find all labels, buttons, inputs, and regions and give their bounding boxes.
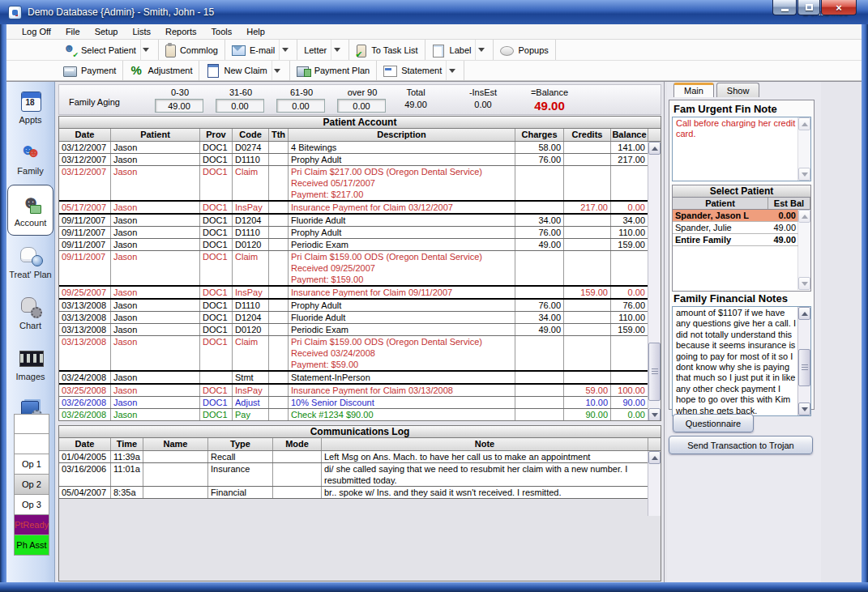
- sidebar-item-appts[interactable]: 18Appts: [6, 82, 54, 133]
- commlog-row[interactable]: 03/16/200611:01aInsurancedi/ she called …: [59, 463, 648, 487]
- account-scrollbar-thumb[interactable]: [648, 343, 661, 401]
- scroll-up-arrow-icon[interactable]: [648, 451, 661, 464]
- urgent-note-scrollbar[interactable]: [797, 117, 810, 181]
- send-transaction-trojan-button[interactable]: Send Transaction to Trojan: [669, 436, 813, 454]
- menu-item-setup[interactable]: Setup: [88, 25, 126, 38]
- account-row[interactable]: 03/12/2007JasonDOC1D02744 Bitewings58.00…: [59, 142, 648, 154]
- tab-main[interactable]: Main: [673, 83, 714, 97]
- account-row[interactable]: 09/11/2007JasonDOC1D1110Prophy Adult76.0…: [59, 227, 648, 239]
- operatory-button-op1[interactable]: Op 1: [14, 454, 49, 475]
- select-patient-scrollbar[interactable]: [797, 210, 810, 290]
- sidebar-item-treatplan[interactable]: Treat' Plan: [6, 236, 54, 287]
- account-cell-charges: 76.00: [515, 227, 564, 238]
- scroll-up-arrow-icon[interactable]: [648, 142, 661, 155]
- account-cell-code: Claim: [233, 251, 269, 285]
- toolbar-button-payment[interactable]: Payment: [57, 61, 123, 80]
- account-cell-charges: [515, 385, 564, 396]
- financial-notes-box[interactable]: amount of $1107 if we have any questions…: [672, 306, 811, 416]
- account-scrollbar[interactable]: [648, 142, 661, 421]
- toolbar-button-adjustment[interactable]: Adjustment: [123, 61, 199, 80]
- operatory-blank[interactable]: [14, 434, 49, 454]
- account-row[interactable]: 09/11/2007JasonDOC1D0120Periodic Exam49.…: [59, 239, 648, 251]
- account-row[interactable]: 09/25/2007JasonDOC1InsPayInsurance Payme…: [59, 287, 648, 300]
- account-row[interactable]: 03/26/2008JasonDOC1PayCheck #1234 $90.00…: [59, 409, 648, 421]
- sidebar-item-images[interactable]: Images: [6, 339, 54, 390]
- dropdown-arrow-icon[interactable]: [331, 40, 342, 60]
- scroll-down-arrow-icon[interactable]: [798, 402, 810, 415]
- toolbar-button-label: To Task List: [371, 45, 417, 55]
- dropdown-arrow-icon[interactable]: [475, 40, 486, 60]
- commlog-header-date: Date: [59, 438, 111, 450]
- account-cell-tth: [269, 166, 289, 200]
- financial-notes-scrollbar-thumb[interactable]: [798, 349, 810, 386]
- financial-notes-scrollbar[interactable]: [797, 307, 810, 415]
- family-icon: [19, 141, 43, 164]
- close-button[interactable]: ×: [821, 0, 857, 15]
- select-patient-row[interactable]: Spander, Julie49.00: [673, 222, 798, 234]
- description-line: Insurance Payment for Claim 03/13/2008: [291, 385, 512, 396]
- toolbar-button-e-mail[interactable]: E-mail: [225, 40, 297, 60]
- tab-show[interactable]: Show: [716, 83, 760, 97]
- sidebar-item-label: Chart: [19, 321, 41, 330]
- menu-item-tools[interactable]: Tools: [204, 25, 240, 38]
- dropdown-arrow-icon[interactable]: [279, 40, 290, 60]
- questionnaire-button[interactable]: Questionnaire: [673, 414, 754, 432]
- account-row[interactable]: 03/13/2008JasonDOC1D1204Fluoride Adult34…: [59, 312, 648, 324]
- toolbar-button-statement[interactable]: Statement: [377, 61, 464, 80]
- sidebar-item-chart[interactable]: Chart: [6, 287, 54, 339]
- menu-item-reports[interactable]: Reports: [158, 25, 204, 38]
- menu-item-help[interactable]: Help: [239, 25, 272, 38]
- account-row[interactable]: 03/12/2007JasonDOC1ClaimPri Claim $217.0…: [59, 166, 648, 202]
- scroll-down-arrow-icon[interactable]: [798, 168, 810, 181]
- account-row[interactable]: 09/11/2007JasonDOC1ClaimPri Claim $159.0…: [59, 251, 648, 287]
- menu-item-log-off[interactable]: Log Off: [15, 25, 58, 38]
- scroll-down-arrow-icon[interactable]: [798, 277, 810, 290]
- minimize-button[interactable]: [772, 0, 797, 15]
- dropdown-arrow-icon[interactable]: [140, 40, 152, 60]
- menu-item-lists[interactable]: Lists: [125, 25, 158, 38]
- scroll-up-arrow-icon[interactable]: [798, 307, 810, 320]
- scroll-up-arrow-icon[interactable]: [798, 210, 810, 223]
- commlog-row[interactable]: 01/04/200511:39aRecallLeft Msg on Ans. M…: [59, 451, 648, 463]
- commlog-scrollbar[interactable]: [648, 451, 661, 516]
- maximize-button[interactable]: [797, 0, 820, 15]
- account-row[interactable]: 03/12/2007JasonDOC1D1110Prophy Adult76.0…: [59, 154, 648, 166]
- patient-account-section: Patient Account DatePatientProvCodeTthDe…: [58, 116, 661, 421]
- status-button-ptready[interactable]: PtReady: [14, 515, 49, 535]
- account-row[interactable]: 03/13/2008JasonDOC1ClaimPri Claim $159.0…: [59, 336, 648, 372]
- status-button-phasst[interactable]: Ph Asst: [14, 535, 49, 556]
- select-patient-row[interactable]: Spander, Jason L0.00: [673, 210, 798, 222]
- toolbar-button-popups[interactable]: Popups: [494, 40, 555, 60]
- sidebar-item-family[interactable]: Family: [6, 133, 54, 184]
- account-row[interactable]: 03/13/2008JasonDOC1D0120Periodic Exam49.…: [59, 324, 648, 336]
- toolbar-button-letter[interactable]: Letter: [297, 40, 349, 60]
- aging-summary-value: 49.00: [387, 100, 444, 109]
- menu-item-file[interactable]: File: [58, 25, 88, 38]
- module-sidebar: 18ApptsFamilyAccountTreat' PlanChartImag…: [6, 82, 55, 582]
- commlog-row[interactable]: 05/04/20078:35aFinancialbr.. spoke w/ In…: [59, 487, 648, 499]
- dropdown-arrow-icon[interactable]: [446, 61, 457, 80]
- toolbar-button-select-patient[interactable]: Select Patient: [57, 40, 159, 60]
- scroll-up-arrow-icon[interactable]: [798, 117, 810, 130]
- toolbar-button-commlog[interactable]: Commlog: [159, 40, 225, 60]
- account-row[interactable]: 05/17/2007JasonDOC1InsPayInsurance Payme…: [59, 202, 648, 215]
- toolbar-button-label[interactable]: Label: [425, 40, 494, 60]
- account-row[interactable]: 09/11/2007JasonDOC1D1204Fluoride Adult34…: [59, 215, 648, 227]
- account-cell-date: 03/25/2008: [59, 385, 111, 396]
- account-row[interactable]: 03/25/2008JasonDOC1InsPayInsurance Payme…: [59, 385, 648, 397]
- dropdown-arrow-icon[interactable]: [272, 61, 283, 80]
- account-row[interactable]: 03/26/2008JasonDOC1Adjust10% Senior Disc…: [59, 397, 648, 409]
- toolbar-button-payment-plan[interactable]: Payment Plan: [290, 61, 377, 80]
- account-row[interactable]: 03/13/2008JasonDOC1D1110Prophy Adult76.0…: [59, 300, 648, 312]
- sidebar-item-account[interactable]: Account: [7, 185, 53, 236]
- operatory-blank[interactable]: [14, 414, 49, 434]
- toolbar-button-to-task-list[interactable]: To Task List: [349, 40, 425, 60]
- operatory-button-op2[interactable]: Op 2: [14, 475, 49, 495]
- select-patient-row[interactable]: Entire Family49.00: [673, 234, 798, 246]
- scroll-down-arrow-icon[interactable]: [648, 408, 661, 421]
- account-cell-prov: DOC1: [200, 287, 233, 298]
- urgent-note-box[interactable]: Call before charging her credit card.: [672, 117, 811, 181]
- operatory-button-op3[interactable]: Op 3: [14, 495, 49, 515]
- toolbar-button-new-claim[interactable]: New Claim: [199, 61, 289, 80]
- account-row[interactable]: 03/24/2008JasonStmtStatement-InPerson: [59, 372, 648, 385]
